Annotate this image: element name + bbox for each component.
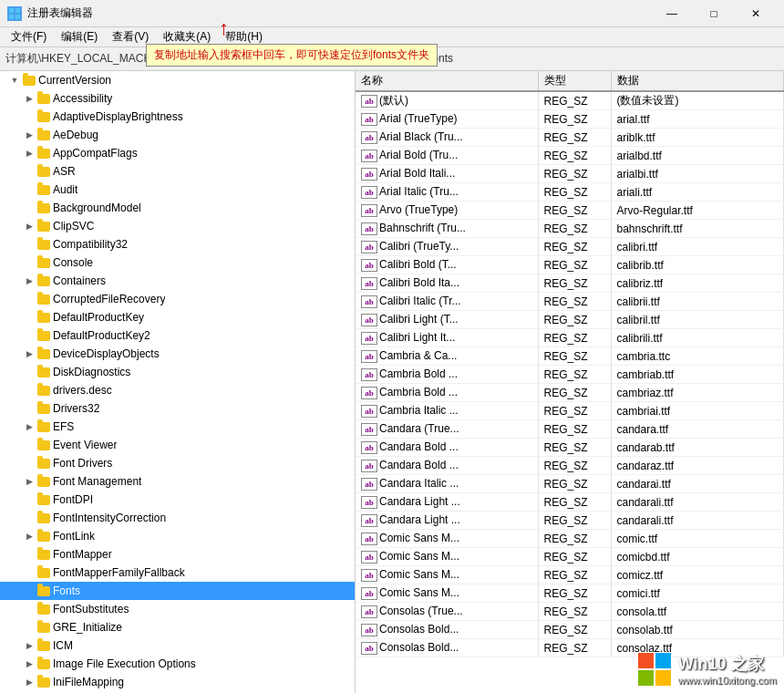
tree-panel[interactable]: ▼ CurrentVersion ▶ Accessibility Adaptiv… (0, 71, 356, 693)
table-row[interactable]: abCandara Light ...REG_SZcandarali.ttf (356, 493, 784, 512)
tree-item-console[interactable]: Console (0, 253, 355, 272)
tree-item-fontdrivers[interactable]: Font Drivers (0, 454, 355, 472)
table-row[interactable]: abConsolas Bold...REG_SZconsolab.ttf (356, 621, 784, 639)
tree-item-clipsvc[interactable]: ▶ ClipSVC (0, 217, 355, 235)
tree-item-diskdiagnostics[interactable]: DiskDiagnostics (0, 363, 355, 381)
tree-item-inifilemanagement[interactable]: ▶ IniFileMapping (0, 673, 355, 691)
table-row[interactable]: abCambria Bold ...REG_SZcambriab.ttf (356, 366, 784, 384)
reg-type-cell: REG_SZ (538, 603, 611, 621)
reg-type-cell: REG_SZ (538, 475, 611, 493)
tree-item-fontintensitycorrection[interactable]: FontIntensityCorrection (0, 509, 355, 527)
tree-item-gre-initialize[interactable]: GRE_Initialize (0, 618, 355, 636)
expand-icon (22, 586, 36, 595)
tree-item-eventviewer[interactable]: Event Viewer (0, 436, 355, 454)
tree-item-audit[interactable]: Audit (0, 181, 355, 199)
tree-item-imagefileexecutionoptions[interactable]: ▶ Image File Execution Options (0, 655, 355, 673)
table-row[interactable]: abCambria Italic ...REG_SZcambriai.ttf (356, 402, 784, 420)
maximize-button[interactable]: □ (693, 0, 735, 27)
table-row[interactable]: abCalibri Italic (Tr...REG_SZcalibrii.tt… (356, 293, 784, 311)
tree-item-driversdesc[interactable]: drivers.desc (0, 381, 355, 399)
table-row[interactable]: abCandara Italic ...REG_SZcandarai.ttf (356, 475, 784, 493)
table-row[interactable]: abConsolas Bold...REG_SZconsolaz.ttf (356, 639, 784, 657)
folder-icon (36, 201, 51, 215)
table-row[interactable]: ab(默认)REG_SZ(数值未设置) (356, 91, 784, 110)
table-row[interactable]: abComic Sans M...REG_SZcomicbd.ttf (356, 548, 784, 566)
table-row[interactable]: abCalibri Bold Ita...REG_SZcalibriz.ttf (356, 274, 784, 293)
tree-item-containers[interactable]: ▶ Containers (0, 272, 355, 290)
table-row[interactable]: abCandara Bold ...REG_SZcandarab.ttf (356, 439, 784, 457)
tree-item-currentversion[interactable]: ▼ CurrentVersion (0, 71, 355, 89)
menu-edit[interactable]: 编辑(E) (54, 27, 105, 47)
table-row[interactable]: abCalibri Light (T...REG_SZcalibril.ttf (356, 311, 784, 329)
menu-file[interactable]: 文件(F) (4, 27, 54, 47)
address-bar[interactable]: 计算机\HKEY_LOCAL_MACHINE\SOFTWARE\Microsof… (0, 47, 784, 71)
table-row[interactable]: abBahnschrift (Tru...REG_SZbahnschrift.t… (356, 220, 784, 238)
tree-item-asr[interactable]: ASR (0, 162, 355, 181)
tree-item-adaptivedisplaybrightness[interactable]: AdaptiveDisplayBrightness (0, 108, 355, 126)
tree-item-corruptedfilerecovery[interactable]: CorruptedFileRecovery (0, 290, 355, 308)
table-row[interactable]: abArial Bold (Tru...REG_SZarialbd.ttf (356, 147, 784, 165)
tree-item-accessibility[interactable]: ▶ Accessibility (0, 89, 355, 108)
tree-item-efs[interactable]: ▶ EFS (0, 418, 355, 436)
table-row[interactable]: abCalibri Bold (T...REG_SZcalibrib.ttf (356, 256, 784, 274)
tree-item-backgroundmodel[interactable]: BackgroundModel (0, 199, 355, 217)
table-row[interactable]: abCambria Bold ...REG_SZcambriaz.ttf (356, 384, 784, 402)
tree-item-drivers32[interactable]: Drivers32 (0, 399, 355, 418)
tree-item-appcompatflags[interactable]: ▶ AppCompatFlags (0, 144, 355, 162)
expand-icon (22, 167, 36, 176)
folder-icon (36, 346, 51, 361)
table-row[interactable]: abComic Sans M...REG_SZcomicz.ttf (356, 566, 784, 584)
tree-item-fontlink[interactable]: ▶ FontLink (0, 527, 355, 545)
expand-icon (22, 386, 36, 395)
table-row[interactable]: abCambria & Ca...REG_SZcambria.ttc (356, 347, 784, 366)
tree-item-fonts[interactable]: Fonts (0, 582, 355, 600)
minimize-button[interactable]: — (651, 0, 693, 27)
table-row[interactable]: abCandara Bold ...REG_SZcandaraz.ttf (356, 457, 784, 475)
tree-item-icm[interactable]: ▶ ICM (0, 636, 355, 655)
menu-view[interactable]: 查看(V) (105, 27, 156, 47)
expand-icon (22, 495, 36, 504)
table-row[interactable]: abArial Bold Itali...REG_SZarialbi.ttf (356, 165, 784, 183)
menu-help[interactable]: 帮助(H) (218, 27, 270, 47)
expand-icon (22, 623, 36, 632)
tree-item-compatibility32[interactable]: Compatibility32 (0, 235, 355, 253)
tree-item-fontmapper[interactable]: FontMapper (0, 545, 355, 564)
close-button[interactable]: ✕ (735, 0, 777, 27)
table-row[interactable]: abComic Sans M...REG_SZcomic.ttf (356, 530, 784, 548)
tree-item-defaultproductkey2[interactable]: DefaultProductKey2 (0, 326, 355, 345)
tree-item-devicedisplayobjects[interactable]: ▶ DeviceDisplayObjects (0, 345, 355, 363)
tree-item-fontmanagement[interactable]: ▶ Font Management (0, 472, 355, 491)
tree-item-fontdpi[interactable]: FontDPI (0, 491, 355, 509)
tree-item-fontsubstitutes[interactable]: FontSubstitutes (0, 600, 355, 618)
table-row[interactable]: abComic Sans M...REG_SZcomici.ttf (356, 584, 784, 603)
reg-type-cell: REG_SZ (538, 548, 611, 566)
table-row[interactable]: abCalibri Light It...REG_SZcalibrili.ttf (356, 329, 784, 347)
table-row[interactable]: abConsolas (True...REG_SZconsola.ttf (356, 603, 784, 621)
reg-name-cell: abCambria Bold ... (356, 366, 538, 384)
reg-data-cell: cambriaz.ttf (611, 384, 784, 402)
table-row[interactable]: abCalibri (TrueTy...REG_SZcalibri.ttf (356, 238, 784, 256)
reg-data-cell: bahnschrift.ttf (611, 220, 784, 238)
col-header-type[interactable]: 类型 (538, 71, 611, 91)
table-row[interactable]: abArial (TrueType)REG_SZarial.ttf (356, 110, 784, 129)
reg-name-cell: abCandara Light ... (356, 512, 538, 530)
right-panel[interactable]: 名称 类型 数据 ab(默认)REG_SZ(数值未设置)abArial (Tru… (356, 71, 784, 693)
menu-favorites[interactable]: 收藏夹(A) (156, 27, 218, 47)
table-row[interactable]: abArial Black (Tru...REG_SZariblk.ttf (356, 129, 784, 147)
expand-icon: ▶ (22, 276, 36, 285)
tree-item-fontmapperfamilyfallback[interactable]: FontMapperFamilyFallback (0, 564, 355, 582)
table-row[interactable]: abCandara (True...REG_SZcandara.ttf (356, 420, 784, 439)
col-header-name[interactable]: 名称 (356, 71, 538, 91)
reg-type-cell: REG_SZ (538, 366, 611, 384)
folder-icon (36, 602, 51, 616)
expand-icon (22, 331, 36, 340)
tree-item-aedebug[interactable]: ▶ AeDebug (0, 126, 355, 144)
col-header-data[interactable]: 数据 (611, 71, 784, 91)
table-row[interactable]: abArial Italic (Tru...REG_SZariali.ttf (356, 183, 784, 202)
reg-name-cell: abArvo (TrueType) (356, 202, 538, 220)
reg-type-cell: REG_SZ (538, 384, 611, 402)
table-row[interactable]: abCandara Light ...REG_SZcandarali.ttf (356, 512, 784, 530)
tree-item-defaultproductkey[interactable]: DefaultProductKey (0, 308, 355, 326)
reg-data-cell: calibrili.ttf (611, 329, 784, 347)
table-row[interactable]: abArvo (TrueType)REG_SZArvo-Regular.ttf (356, 202, 784, 220)
